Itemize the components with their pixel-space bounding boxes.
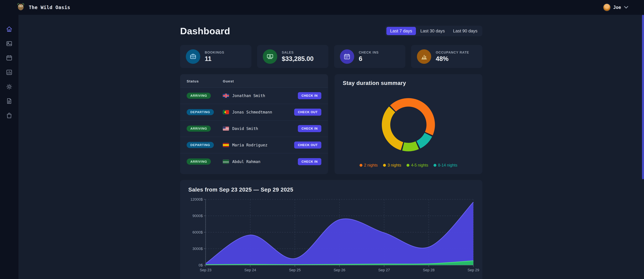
sidebar (0, 15, 18, 279)
sales-area-chart: 0$3000$6000$9000$12000$Sep 23Sep 24Sep 2… (188, 196, 474, 277)
svg-text:Sep 23: Sep 23 (200, 268, 212, 272)
flag-icon (223, 160, 229, 164)
user-avatar (604, 4, 610, 11)
brand: The Wild Oasis (16, 2, 70, 13)
legend-dot (406, 164, 410, 167)
check-out-button[interactable]: Check out (294, 109, 321, 116)
svg-text:Sep 25: Sep 25 (289, 268, 301, 272)
guest-name: Abdul Rahman (232, 159, 260, 164)
calendar-icon (340, 49, 354, 64)
stay-legend: 2 nights 3 nights 4-5 nights 8-14 nights (343, 163, 474, 169)
column-guest: Guest (223, 79, 322, 83)
banknotes-icon (263, 49, 277, 64)
check-in-button[interactable]: Check in (298, 92, 322, 99)
svg-text:9000$: 9000$ (192, 214, 202, 218)
legend-dot (434, 164, 436, 167)
check-out-button[interactable]: Check out (294, 142, 321, 149)
app-logo-icon (16, 2, 25, 13)
activity-row: Arriving Abdul Rahman Check in (180, 153, 328, 170)
check-in-button[interactable]: Check in (298, 125, 322, 132)
column-status: Status (187, 79, 223, 83)
stat-value: 11 (205, 55, 224, 63)
sidebar-item-bookings[interactable] (0, 51, 18, 65)
sidebar-item-statistics[interactable] (0, 65, 18, 79)
stat-occupancy: Occupancy rate 48% (411, 45, 482, 68)
sidebar-item-home[interactable] (0, 22, 18, 36)
sales-chart-panel: Sales from Sep 23 2025 — Sep 29 2025 0$3… (180, 180, 482, 279)
guest-name: Jonas Schmedtmann (232, 110, 272, 114)
svg-text:0$: 0$ (198, 263, 203, 267)
chart-bar-icon (417, 49, 431, 64)
main-content: Dashboard Last 7 days Last 30 days Last … (18, 15, 644, 279)
stay-duration-panel: Stay duration summary 2 nights 3 nights … (334, 74, 482, 174)
legend-dot (360, 164, 362, 167)
sidebar-item-shop[interactable] (0, 108, 18, 122)
stat-label: Bookings (205, 51, 224, 54)
app-header: The Wild Oasis Joe (0, 0, 644, 15)
today-activity-panel: Status Guest Arriving Jonathan Smith Che… (180, 74, 328, 174)
guest-name: David Smith (232, 126, 258, 131)
page-title: Dashboard (180, 26, 230, 37)
date-filter-group: Last 7 days Last 30 days Last 90 days (385, 26, 482, 36)
sales-chart-title: Sales from Sep 23 2025 — Sep 29 2025 (188, 186, 474, 193)
user-menu[interactable]: Joe (604, 4, 628, 11)
stat-cards: Bookings 11 Sales $33,285.00 (180, 45, 482, 68)
legend-item: 3 nights (383, 163, 401, 168)
stay-duration-title: Stay duration summary (343, 80, 474, 86)
svg-text:3000$: 3000$ (192, 247, 202, 251)
activity-row: Arriving David Smith Check in (180, 121, 328, 137)
stat-value: 48% (436, 55, 469, 63)
scrollbar-thumb[interactable] (642, 15, 644, 179)
svg-text:12000$: 12000$ (190, 197, 203, 201)
stat-check-ins: Check ins 6 (334, 45, 405, 68)
user-name: Joe (613, 5, 621, 10)
flag-icon (223, 143, 229, 147)
stat-sales: Sales $33,285.00 (257, 45, 328, 68)
status-badge: Arriving (187, 93, 211, 99)
stat-value: $33,285.00 (282, 55, 314, 63)
legend-item: 4-5 nights (406, 163, 428, 168)
check-in-button[interactable]: Check in (298, 158, 322, 165)
legend-item: 2 nights (360, 163, 378, 168)
svg-text:Sep 27: Sep 27 (378, 268, 390, 272)
stat-value: 6 (359, 55, 379, 63)
stat-label: Occupancy rate (436, 51, 469, 54)
status-badge: Departing (187, 109, 214, 115)
stat-label: Check ins (359, 51, 379, 54)
filter-last-30-days[interactable]: Last 30 days (416, 27, 448, 35)
activity-row: Departing Maria Rodriguez Check out (180, 137, 328, 153)
activity-table-header: Status Guest (180, 74, 328, 88)
chevron-down-icon (624, 6, 628, 9)
sidebar-item-documents[interactable] (0, 94, 18, 108)
app-title: The Wild Oasis (29, 5, 70, 10)
svg-text:6000$: 6000$ (192, 230, 202, 234)
legend-item: 8-14 nights (434, 163, 457, 168)
svg-text:Sep 28: Sep 28 (423, 268, 434, 272)
activity-row: Departing Jonas Schmedtmann Check out (180, 104, 328, 121)
stay-duration-donut-chart (378, 95, 438, 155)
stat-label: Sales (282, 51, 314, 54)
guest-name: Jonathan Smith (232, 93, 265, 98)
svg-text:Sep 29: Sep 29 (468, 268, 479, 272)
briefcase-icon (186, 49, 200, 64)
app-window: The Wild Oasis Joe (0, 0, 644, 279)
legend-dot (383, 164, 386, 167)
flag-icon (223, 94, 229, 98)
filter-last-7-days[interactable]: Last 7 days (386, 27, 416, 35)
guest-name: Maria Rodriguez (232, 143, 268, 147)
status-badge: Departing (187, 142, 214, 148)
filter-last-90-days[interactable]: Last 90 days (449, 27, 481, 35)
flag-icon (223, 127, 229, 131)
svg-text:Sep 24: Sep 24 (244, 268, 256, 272)
flag-icon (223, 110, 229, 114)
sidebar-item-settings[interactable] (0, 80, 18, 94)
status-badge: Arriving (187, 158, 211, 165)
activity-row: Arriving Jonathan Smith Check in (180, 88, 328, 104)
stat-bookings: Bookings 11 (180, 45, 252, 68)
svg-text:Sep 26: Sep 26 (334, 268, 345, 272)
sidebar-item-gallery[interactable] (0, 37, 18, 51)
status-badge: Arriving (187, 126, 211, 132)
